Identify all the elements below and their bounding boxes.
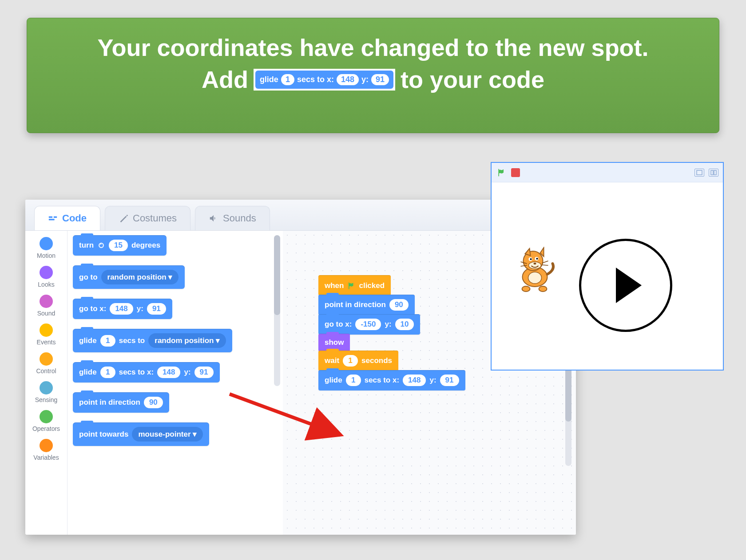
tab-code[interactable]: Code — [34, 206, 100, 230]
category-motion[interactable]: Motion — [25, 234, 67, 262]
costumes-icon — [119, 213, 128, 223]
banner-line1: Your coordinates have changed to the new… — [27, 34, 719, 61]
svg-point-11 — [522, 286, 530, 292]
play-icon — [616, 268, 642, 303]
small-stage-button[interactable] — [694, 169, 704, 177]
glide-random-block[interactable]: glide 1 secs to random position ▾ — [73, 329, 232, 352]
turn-left-icon — [97, 241, 105, 249]
code-icon — [48, 213, 58, 223]
svg-rect-5 — [711, 170, 713, 175]
svg-rect-6 — [714, 170, 716, 175]
glide-random-dropdown[interactable]: random position ▾ — [148, 333, 226, 348]
tab-costumes[interactable]: Costumes — [105, 206, 190, 230]
stage-header — [492, 163, 723, 182]
stage-preview-panel — [491, 162, 724, 371]
stop-button[interactable] — [511, 168, 520, 177]
palette-scroll-thumb[interactable] — [274, 235, 280, 315]
category-events[interactable]: Events — [25, 321, 67, 348]
random-position-dropdown[interactable]: random position ▾ — [101, 270, 179, 284]
svg-rect-2 — [54, 216, 57, 218]
point-direction-block[interactable]: point in direction 90 — [73, 392, 169, 413]
svg-point-19 — [534, 263, 536, 264]
svg-point-14 — [528, 272, 542, 284]
svg-marker-9 — [525, 248, 531, 256]
banner-glide-block-image: glide 1 secs to x: 148 y: 91 — [254, 69, 395, 91]
instruction-banner: Your coordinates have changed to the new… — [27, 18, 719, 133]
events-dot — [40, 323, 53, 337]
mouse-pointer-dropdown[interactable]: mouse-pointer ▾ — [132, 427, 203, 442]
svg-point-12 — [539, 286, 547, 292]
large-stage-icon — [710, 170, 717, 175]
block-palette: turn 15 degrees go to random position ▾ … — [67, 231, 283, 535]
control-dot — [40, 352, 53, 366]
scratch-cat-sprite — [512, 247, 558, 296]
palette-scrollbar[interactable] — [274, 235, 280, 386]
banner-line2: Add glide 1 secs to x: 148 y: 91 to your… — [27, 66, 719, 93]
glide-xy-block[interactable]: glide 1 secs to x: 148 y: 91 — [73, 362, 220, 383]
large-stage-button[interactable] — [709, 169, 718, 177]
category-column: Motion Looks Sound Events Control Sensin… — [25, 231, 67, 535]
banner-text-add: Add — [202, 66, 248, 93]
goto-random-block[interactable]: go to random position ▾ — [73, 265, 185, 289]
banner-text-toyourcode: to your code — [401, 66, 544, 93]
category-control[interactable]: Control — [25, 350, 67, 377]
small-stage-icon — [696, 170, 702, 175]
svg-rect-1 — [49, 219, 55, 221]
sensing-dot — [40, 381, 53, 394]
sounds-icon — [209, 213, 218, 223]
tab-sounds[interactable]: Sounds — [195, 206, 270, 230]
green-flag-button[interactable] — [496, 167, 507, 178]
category-variables[interactable]: Variables — [25, 436, 67, 464]
variables-dot — [40, 439, 53, 452]
category-sound[interactable]: Sound — [25, 292, 67, 319]
svg-line-23 — [542, 265, 548, 265]
stage-body — [492, 182, 723, 370]
flag-icon — [497, 168, 506, 177]
sound-dot — [40, 295, 53, 308]
script-glide-xy-block[interactable]: glide 1 secs to x: 148 y: 91 — [318, 370, 465, 390]
category-operators[interactable]: Operators — [25, 407, 67, 435]
play-video-button[interactable] — [579, 239, 672, 332]
turn-left-block[interactable]: turn 15 degrees — [73, 235, 167, 256]
operators-dot — [40, 410, 53, 423]
svg-rect-0 — [49, 216, 52, 218]
svg-point-18 — [536, 258, 538, 260]
glide-block: glide 1 secs to x: 148 y: 91 — [255, 71, 393, 89]
green-flag-icon — [347, 282, 355, 290]
svg-point-16 — [530, 258, 532, 260]
category-looks[interactable]: Looks — [25, 263, 67, 291]
script-stack[interactable]: when clicked point in direction 90 go to… — [318, 275, 465, 390]
looks-dot — [40, 266, 53, 279]
goto-xy-block[interactable]: go to x: 148 y: 91 — [73, 299, 172, 319]
motion-dot — [40, 237, 53, 250]
point-towards-block[interactable]: point towards mouse-pointer ▾ — [73, 422, 209, 446]
category-sensing[interactable]: Sensing — [25, 379, 67, 406]
svg-rect-4 — [697, 170, 702, 175]
